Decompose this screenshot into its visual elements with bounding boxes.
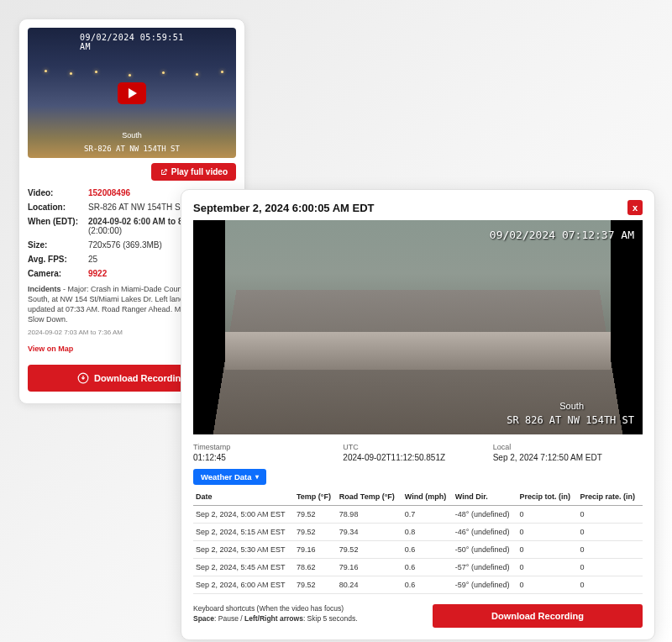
table-cell: 0 xyxy=(577,506,643,524)
table-cell: 79.52 xyxy=(337,541,402,559)
table-cell: 0 xyxy=(517,506,577,524)
external-link-icon xyxy=(160,168,168,176)
timestamp-value: 01:12:45 xyxy=(193,453,343,462)
table-header: Temp (°F) xyxy=(294,488,337,506)
table-cell: -59° (undefined) xyxy=(453,576,517,594)
thumbnail-direction: South xyxy=(122,131,142,139)
table-cell: 0 xyxy=(577,541,643,559)
utc-label: UTC xyxy=(343,443,492,451)
video-direction-overlay: South xyxy=(559,401,584,411)
table-header: Wind (mph) xyxy=(402,488,453,506)
table-header: Precip tot. (in) xyxy=(517,488,577,506)
download-label: Download Recording xyxy=(94,373,186,383)
table-cell: Sep 2, 2024, 5:45 AM EST xyxy=(193,559,294,576)
modal-title: September 2, 2024 6:00:05 AM EDT xyxy=(193,202,375,214)
play-full-video-button[interactable]: Play full video xyxy=(151,163,236,181)
table-cell: 0.6 xyxy=(402,559,453,576)
table-cell: 79.52 xyxy=(294,576,337,594)
video-player[interactable]: 09/02/2024 07:12:37 AM South SR 826 AT N… xyxy=(193,220,643,434)
table-cell: 78.62 xyxy=(294,559,337,576)
meta-label-size: Size: xyxy=(28,240,88,250)
table-cell: 79.52 xyxy=(294,524,337,541)
thumbnail-timestamp: 09/02/2024 05:59:51 AM xyxy=(80,33,184,51)
download-icon xyxy=(77,372,89,384)
view-on-map-link[interactable]: View on Map xyxy=(28,345,73,353)
weather-data-table: DateTemp (°F)Road Temp (°F)Wind (mph)Win… xyxy=(193,488,643,594)
meta-label-location: Location: xyxy=(28,203,88,212)
play-icon[interactable] xyxy=(118,82,146,104)
utc-value: 2024-09-02T11:12:50.851Z xyxy=(343,453,492,462)
thumbnail-location: SR-826 AT NW 154TH ST xyxy=(84,145,180,153)
meta-label-when: When (EDT): xyxy=(28,217,88,226)
local-value: Sep 2, 2024 7:12:50 AM EDT xyxy=(493,453,643,462)
table-header: Precip rate. (in) xyxy=(577,488,643,506)
keyboard-shortcuts-hint: Keyboard shortcuts (When the video has f… xyxy=(193,604,423,624)
video-thumbnail[interactable]: 09/02/2024 05:59:51 AM South SR-826 AT N… xyxy=(28,28,236,158)
meta-label-video: Video: xyxy=(28,188,88,197)
timestamp-label: Timestamp xyxy=(193,443,343,451)
video-player-modal: September 2, 2024 6:00:05 AM EDT x 09/02… xyxy=(181,189,655,640)
meta-label-camera: Camera: xyxy=(28,269,88,278)
table-header: Wind Dir. xyxy=(453,488,517,506)
video-timestamp-overlay: 09/02/2024 07:12:37 AM xyxy=(490,229,634,241)
table-cell: -48° (undefined) xyxy=(453,506,517,524)
close-button[interactable]: x xyxy=(627,200,643,215)
table-cell: 0.8 xyxy=(402,524,453,541)
meta-label-fps: Avg. FPS: xyxy=(28,255,88,264)
table-cell: -57° (undefined) xyxy=(453,559,517,576)
table-cell: 0.6 xyxy=(402,541,453,559)
table-cell: Sep 2, 2024, 6:00 AM EST xyxy=(193,576,294,594)
table-cell: 0 xyxy=(517,559,577,576)
table-cell: 0.7 xyxy=(402,506,453,524)
table-cell: Sep 2, 2024, 5:15 AM EST xyxy=(193,524,294,541)
table-header: Date xyxy=(193,488,294,506)
table-cell: 79.34 xyxy=(337,524,402,541)
table-cell: -46° (undefined) xyxy=(453,524,517,541)
play-full-label: Play full video xyxy=(171,167,228,176)
table-cell: 80.24 xyxy=(337,576,402,594)
table-cell: 0 xyxy=(577,576,643,594)
table-cell: 79.16 xyxy=(294,541,337,559)
table-cell: 0 xyxy=(517,576,577,594)
table-row: Sep 2, 2024, 5:00 AM EST79.5278.980.7-48… xyxy=(193,506,643,524)
table-row: Sep 2, 2024, 5:30 AM EST79.1679.520.6-50… xyxy=(193,541,643,559)
table-cell: Sep 2, 2024, 5:30 AM EST xyxy=(193,541,294,559)
table-cell: -50° (undefined) xyxy=(453,541,517,559)
table-header: Road Temp (°F) xyxy=(337,488,402,506)
video-location-overlay: SR 826 AT NW 154TH ST xyxy=(507,414,634,426)
table-cell: 0 xyxy=(517,541,577,559)
table-row: Sep 2, 2024, 6:00 AM EST79.5280.240.6-59… xyxy=(193,576,643,594)
table-cell: 79.52 xyxy=(294,506,337,524)
video-scene xyxy=(225,220,611,434)
weather-data-dropdown[interactable]: Weather Data xyxy=(193,469,266,485)
time-info-row: Timestamp 01:12:45 UTC 2024-09-02T11:12:… xyxy=(193,443,643,462)
table-cell: 79.16 xyxy=(337,559,402,576)
table-row: Sep 2, 2024, 5:15 AM EST79.5279.340.8-46… xyxy=(193,524,643,541)
table-cell: 0 xyxy=(577,524,643,541)
local-label: Local xyxy=(493,443,643,451)
table-row: Sep 2, 2024, 5:45 AM EST78.6279.160.6-57… xyxy=(193,559,643,576)
table-cell: Sep 2, 2024, 5:00 AM EST xyxy=(193,506,294,524)
table-cell: 0.6 xyxy=(402,576,453,594)
table-cell: 0 xyxy=(517,524,577,541)
table-cell: 78.98 xyxy=(337,506,402,524)
modal-download-recording-button[interactable]: Download Recording xyxy=(433,604,643,628)
table-cell: 0 xyxy=(577,559,643,576)
